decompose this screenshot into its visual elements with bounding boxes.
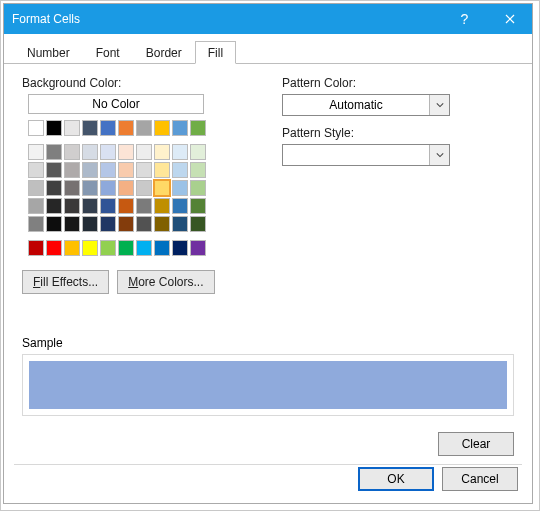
color-swatch[interactable] — [82, 180, 98, 196]
color-swatch[interactable] — [100, 216, 116, 232]
cancel-button[interactable]: Cancel — [442, 467, 518, 491]
color-swatch[interactable] — [64, 198, 80, 214]
color-swatch[interactable] — [190, 162, 206, 178]
color-swatch[interactable] — [190, 144, 206, 160]
color-swatch[interactable] — [154, 198, 170, 214]
color-swatch[interactable] — [118, 120, 134, 136]
color-swatch[interactable] — [190, 198, 206, 214]
chevron-down-icon — [429, 95, 449, 115]
color-swatch[interactable] — [154, 144, 170, 160]
sample-preview — [29, 361, 507, 409]
color-swatch[interactable] — [64, 180, 80, 196]
clear-button[interactable]: Clear — [438, 432, 514, 456]
color-swatch[interactable] — [136, 120, 152, 136]
color-swatch[interactable] — [136, 180, 152, 196]
pattern-color-value: Automatic — [283, 98, 429, 112]
color-swatch[interactable] — [118, 240, 134, 256]
color-swatch[interactable] — [46, 180, 62, 196]
color-swatch[interactable] — [118, 144, 134, 160]
color-swatch[interactable] — [118, 216, 134, 232]
fill-effects-button[interactable]: Fill Effects... — [22, 270, 109, 294]
color-swatch[interactable] — [28, 216, 44, 232]
color-swatch[interactable] — [64, 162, 80, 178]
color-swatch[interactable] — [190, 180, 206, 196]
color-swatch[interactable] — [82, 198, 98, 214]
color-swatch[interactable] — [118, 198, 134, 214]
theme-shades-palette — [28, 144, 242, 232]
color-swatch[interactable] — [172, 144, 188, 160]
format-cells-dialog: Format Cells ? NumberFontBorderFill Back… — [3, 3, 533, 504]
color-swatch[interactable] — [154, 180, 170, 196]
chevron-down-icon — [429, 145, 449, 165]
sample-box — [22, 354, 514, 416]
close-button[interactable] — [487, 4, 532, 34]
color-swatch[interactable] — [46, 162, 62, 178]
color-swatch[interactable] — [64, 216, 80, 232]
dialog-title: Format Cells — [4, 12, 442, 26]
color-swatch[interactable] — [28, 198, 44, 214]
color-swatch[interactable] — [172, 120, 188, 136]
color-swatch[interactable] — [172, 240, 188, 256]
pattern-style-dropdown[interactable] — [282, 144, 450, 166]
color-swatch[interactable] — [100, 198, 116, 214]
color-swatch[interactable] — [172, 198, 188, 214]
more-colors-button[interactable]: More Colors... — [117, 270, 214, 294]
color-swatch[interactable] — [82, 240, 98, 256]
color-swatch[interactable] — [100, 180, 116, 196]
color-swatch[interactable] — [136, 240, 152, 256]
color-swatch[interactable] — [46, 240, 62, 256]
standard-colors-palette — [28, 240, 242, 256]
ok-button[interactable]: OK — [358, 467, 434, 491]
color-swatch[interactable] — [154, 240, 170, 256]
no-color-button[interactable]: No Color — [28, 94, 204, 114]
color-swatch[interactable] — [46, 198, 62, 214]
tab-font[interactable]: Font — [83, 41, 133, 64]
color-swatch[interactable] — [46, 120, 62, 136]
color-swatch[interactable] — [118, 162, 134, 178]
color-swatch[interactable] — [82, 216, 98, 232]
color-swatch[interactable] — [100, 162, 116, 178]
separator — [14, 464, 522, 465]
color-swatch[interactable] — [100, 144, 116, 160]
tab-fill[interactable]: Fill — [195, 41, 236, 64]
help-button[interactable]: ? — [442, 4, 487, 34]
color-swatch[interactable] — [172, 162, 188, 178]
color-swatch[interactable] — [154, 216, 170, 232]
color-swatch[interactable] — [28, 240, 44, 256]
color-swatch[interactable] — [64, 144, 80, 160]
titlebar: Format Cells ? — [4, 4, 532, 34]
color-swatch[interactable] — [154, 120, 170, 136]
pattern-color-label: Pattern Color: — [282, 76, 514, 90]
tab-number[interactable]: Number — [14, 41, 83, 64]
color-swatch[interactable] — [28, 180, 44, 196]
color-swatch[interactable] — [136, 144, 152, 160]
color-swatch[interactable] — [82, 144, 98, 160]
color-swatch[interactable] — [100, 240, 116, 256]
sample-label: Sample — [22, 336, 514, 350]
color-swatch[interactable] — [172, 216, 188, 232]
color-swatch[interactable] — [118, 180, 134, 196]
color-swatch[interactable] — [28, 120, 44, 136]
tab-strip: NumberFontBorderFill — [4, 40, 532, 64]
color-swatch[interactable] — [46, 216, 62, 232]
color-swatch[interactable] — [136, 198, 152, 214]
theme-colors-palette — [28, 120, 242, 136]
color-swatch[interactable] — [64, 240, 80, 256]
color-swatch[interactable] — [190, 216, 206, 232]
color-swatch[interactable] — [28, 162, 44, 178]
color-swatch[interactable] — [82, 162, 98, 178]
color-swatch[interactable] — [136, 162, 152, 178]
color-swatch[interactable] — [136, 216, 152, 232]
color-swatch[interactable] — [190, 120, 206, 136]
color-swatch[interactable] — [46, 144, 62, 160]
color-swatch[interactable] — [100, 120, 116, 136]
color-swatch[interactable] — [28, 144, 44, 160]
pattern-color-dropdown[interactable]: Automatic — [282, 94, 450, 116]
color-swatch[interactable] — [190, 240, 206, 256]
color-swatch[interactable] — [64, 120, 80, 136]
tab-border[interactable]: Border — [133, 41, 195, 64]
pattern-style-label: Pattern Style: — [282, 126, 514, 140]
color-swatch[interactable] — [154, 162, 170, 178]
color-swatch[interactable] — [82, 120, 98, 136]
color-swatch[interactable] — [172, 180, 188, 196]
